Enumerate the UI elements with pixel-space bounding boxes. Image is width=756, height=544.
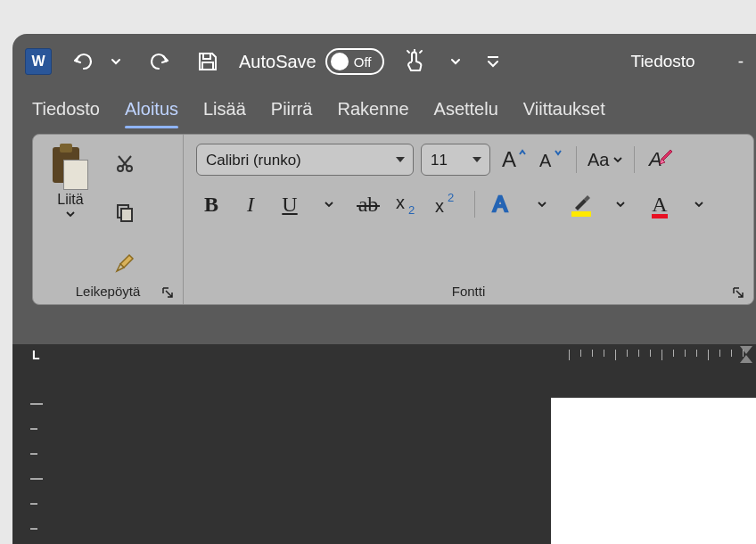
- superscript-button[interactable]: x2: [431, 188, 462, 220]
- svg-rect-8: [121, 209, 132, 221]
- clear-formatting-icon: A: [647, 148, 674, 171]
- undo-dropdown[interactable]: [105, 44, 127, 79]
- font-size-select[interactable]: 11: [421, 144, 490, 176]
- title-separator: -: [738, 52, 744, 71]
- brush-icon: [113, 251, 136, 275]
- chevron-down-icon: [450, 56, 461, 67]
- touch-mode-dropdown[interactable]: [445, 44, 466, 79]
- customize-qat-icon: [486, 54, 500, 69]
- horizontal-ruler[interactable]: [569, 346, 756, 362]
- change-case-label: Aa: [588, 150, 609, 170]
- redo-button[interactable]: [141, 44, 177, 79]
- document-area: L: [12, 344, 756, 544]
- customize-qat-button[interactable]: [481, 44, 505, 79]
- italic-icon: I: [247, 193, 254, 217]
- chevron-down-icon: [111, 56, 121, 67]
- undo-button[interactable]: [66, 44, 103, 79]
- tab-aloitus[interactable]: Aloitus: [125, 95, 178, 127]
- autosave-switch[interactable]: Off: [325, 48, 384, 75]
- autosave-state: Off: [354, 54, 372, 70]
- font-color-button[interactable]: A: [645, 188, 675, 220]
- chevron-down-icon: [694, 200, 704, 209]
- text-effects-dropdown[interactable]: [527, 188, 557, 220]
- underline-icon: U: [282, 193, 297, 217]
- font-launcher[interactable]: [732, 286, 744, 299]
- text-effects-button[interactable]: A: [488, 188, 518, 220]
- save-icon: [196, 50, 219, 73]
- highlight-dropdown[interactable]: [605, 188, 636, 220]
- clipboard-launcher[interactable]: [161, 286, 174, 299]
- undo-icon: [71, 51, 98, 72]
- paste-icon: [51, 147, 90, 190]
- document-page[interactable]: [551, 398, 756, 544]
- divider: [474, 191, 475, 218]
- dialog-launcher-icon: [732, 286, 744, 299]
- clear-formatting-button[interactable]: A: [645, 144, 676, 176]
- tab-tiedosto[interactable]: Tiedosto: [32, 95, 100, 127]
- word-app-icon: W: [25, 48, 52, 75]
- svg-text:A: A: [493, 192, 507, 216]
- copy-button[interactable]: [110, 197, 140, 229]
- svg-rect-1: [202, 62, 213, 70]
- chevron-down-icon: [615, 200, 626, 209]
- tab-viittaukset[interactable]: Viittaukset: [523, 95, 605, 127]
- underline-dropdown[interactable]: [314, 188, 344, 220]
- text-effects-icon: A: [490, 192, 515, 217]
- tab-asettelu[interactable]: Asettelu: [434, 95, 498, 127]
- tab-lisaa[interactable]: Lisää: [203, 95, 246, 127]
- strikethrough-button[interactable]: ab: [353, 188, 383, 220]
- chevron-down-icon: [612, 155, 623, 164]
- tab-piirra[interactable]: Piirrä: [271, 95, 313, 127]
- autosave-toggle[interactable]: AutoSave Off: [239, 48, 384, 75]
- svg-text:2: 2: [448, 193, 454, 204]
- titlebar: W AutoSave Off: [12, 34, 756, 89]
- font-color-icon: A: [652, 193, 667, 217]
- svg-text:x: x: [396, 193, 405, 212]
- svg-text:2: 2: [408, 203, 415, 216]
- subscript-button[interactable]: x2: [392, 188, 423, 220]
- divider: [576, 146, 577, 173]
- italic-button[interactable]: I: [235, 188, 266, 220]
- highlight-icon: [571, 192, 591, 217]
- group-clipboard: Liitä Leikepöytä: [33, 135, 183, 304]
- bold-icon: B: [204, 193, 218, 217]
- underline-button[interactable]: U: [275, 188, 305, 220]
- group-label-clipboard: Leikepöytä: [33, 284, 183, 299]
- change-case-button[interactable]: Aa: [588, 144, 623, 176]
- highlight-button[interactable]: [566, 188, 596, 220]
- autosave-label: AutoSave: [239, 52, 316, 72]
- scissors-icon: [114, 152, 136, 174]
- paste-label: Liitä: [57, 192, 83, 208]
- chevron-down-icon: [324, 200, 334, 209]
- group-label-font: Fontti: [184, 284, 753, 299]
- app-window: W AutoSave Off: [12, 34, 756, 544]
- save-button[interactable]: [191, 44, 225, 79]
- tab-rakenne[interactable]: Rakenne: [337, 95, 408, 127]
- cut-button[interactable]: [110, 147, 140, 179]
- format-painter-button[interactable]: [110, 247, 140, 279]
- svg-text:A: A: [647, 148, 662, 170]
- bold-button[interactable]: B: [196, 188, 226, 220]
- touch-mode-button[interactable]: [399, 44, 431, 79]
- redo-icon: [146, 51, 171, 72]
- ribbon: Liitä Leikepöytä: [32, 134, 754, 305]
- strikethrough-icon: ab: [358, 193, 379, 217]
- group-font: Calibri (runko) 11 A A Aa: [183, 135, 753, 304]
- superscript-icon: x2: [433, 193, 460, 216]
- switch-knob: [331, 53, 349, 70]
- font-color-dropdown[interactable]: [684, 188, 714, 220]
- vertical-ruler[interactable]: [12, 367, 59, 544]
- shrink-font-button[interactable]: A: [535, 144, 565, 176]
- divider: [634, 146, 635, 173]
- svg-rect-0: [203, 54, 210, 59]
- copy-icon: [114, 202, 136, 224]
- chevron-down-icon: [537, 200, 547, 209]
- ruler-corner: L: [32, 348, 40, 362]
- svg-text:A: A: [539, 151, 552, 170]
- font-name-select[interactable]: Calibri (runko): [196, 144, 414, 176]
- grow-font-button[interactable]: A: [497, 144, 528, 176]
- ribbon-tabs: Tiedosto Aloitus Lisää Piirrä Rakenne As…: [12, 89, 756, 127]
- paste-button[interactable]: Liitä: [45, 144, 95, 279]
- svg-text:x: x: [435, 196, 444, 216]
- subscript-icon: x2: [394, 193, 421, 216]
